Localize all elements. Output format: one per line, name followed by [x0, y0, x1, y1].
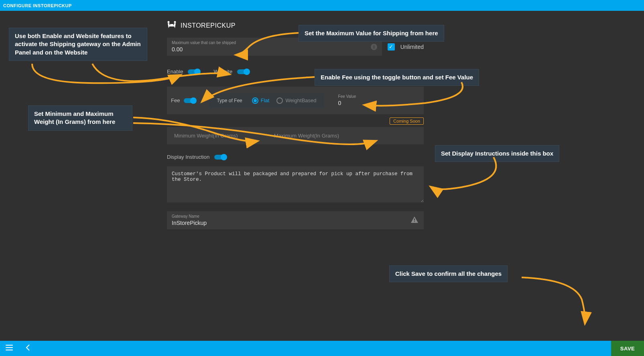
fee-toggle[interactable]: [184, 98, 196, 103]
gateway-name-field[interactable]: Gateway Name: [167, 211, 424, 229]
display-instruction-toggle[interactable]: [214, 155, 226, 160]
website-label: Website: [213, 69, 232, 75]
annotation-max-value: Set the Maximum Value for Shipping from …: [299, 25, 444, 42]
weight-section: Minimum Weight(In Grams) Maximum Weight(…: [167, 127, 424, 144]
form-title: INSTOREPICKUP: [181, 22, 236, 29]
unlimited-label: Unlimited: [400, 44, 424, 50]
svg-point-0: [168, 21, 170, 23]
fee-type-group: Type of Fee Flat WeightBased: [209, 93, 323, 108]
annotation-enable-website: Use both Enable and Website features to …: [9, 28, 147, 61]
form-area: INSTOREPICKUP Maximum value that can be …: [167, 21, 424, 229]
fee-section: Fee Type of Fee Flat WeightBased Fee Val…: [167, 87, 424, 114]
svg-rect-7: [6, 347, 13, 348]
annotation-weight: Set Minimum and Maximum Weight (In Grams…: [28, 105, 132, 131]
save-button-label: SAVE: [620, 346, 635, 352]
instorepickup-icon: [167, 21, 177, 30]
svg-rect-3: [414, 218, 415, 220]
enable-toggle[interactable]: [188, 69, 200, 74]
save-button[interactable]: SAVE: [611, 341, 644, 356]
annotation-fee: Enable Fee using the toggle button and s…: [315, 69, 479, 86]
annotation-display-instructions: Set Display Instructions inside this box: [435, 145, 559, 162]
info-icon[interactable]: i: [371, 44, 377, 50]
min-weight-label: Minimum Weight(In Grams): [174, 133, 238, 139]
svg-rect-2: [170, 24, 173, 26]
fee-value-field[interactable]: Fee Value: [333, 92, 408, 109]
fee-type-weightbased[interactable]: WeightBased: [276, 97, 316, 104]
topbar: CONFIGURE INSTOREPICKUP: [0, 0, 644, 11]
enable-label: Enable: [167, 69, 183, 75]
max-value-input[interactable]: [172, 46, 377, 53]
svg-rect-4: [414, 221, 415, 222]
fee-label: Fee: [171, 97, 180, 103]
fee-value-label: Fee Value: [338, 94, 403, 99]
fee-type-label: Type of Fee: [217, 98, 242, 103]
svg-rect-8: [6, 350, 13, 350]
fee-value-input[interactable]: [338, 100, 403, 106]
gateway-name-label: Gateway Name: [172, 214, 419, 218]
unlimited-checkbox[interactable]: ✓: [388, 43, 395, 51]
max-weight-label: Maximum Weight(In Grams): [274, 133, 339, 139]
display-instruction-label: Display Instruction: [167, 154, 209, 160]
website-toggle[interactable]: [237, 69, 249, 74]
warning-icon: [411, 216, 418, 225]
display-instruction-textarea[interactable]: [167, 166, 424, 202]
menu-icon[interactable]: [6, 345, 13, 352]
svg-rect-6: [6, 345, 13, 346]
svg-point-1: [174, 21, 176, 23]
bottombar: SAVE: [0, 341, 644, 356]
topbar-title: CONFIGURE INSTOREPICKUP: [3, 3, 72, 8]
back-icon[interactable]: [26, 344, 30, 353]
gateway-name-input[interactable]: [172, 220, 419, 226]
annotation-save: Click Save to confirm all the changes: [389, 265, 508, 282]
coming-soon-badge: Coming Soon: [390, 117, 424, 125]
fee-type-flat[interactable]: Flat: [252, 97, 270, 104]
